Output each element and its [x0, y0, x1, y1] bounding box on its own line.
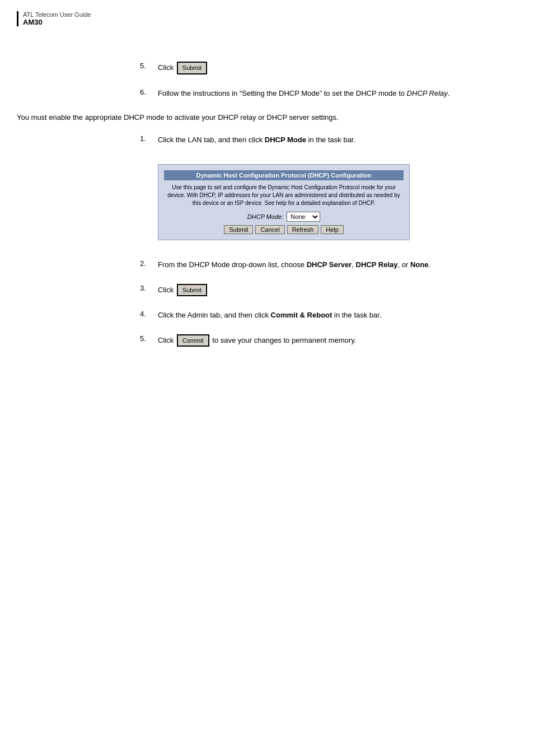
step-6-top: 6. Follow the instructions in “Setting t…: [140, 88, 517, 99]
step-1-bottom: 1. Click the LAN tab, and then click DHC…: [140, 134, 517, 146]
step-number-6-top: 6.: [140, 88, 153, 96]
submit-button-bottom[interactable]: Submit: [177, 284, 207, 297]
dhcp-panel: Dynamic Host Configuration Protocol (DHC…: [158, 164, 410, 240]
dhcp-submit-btn[interactable]: Submit: [224, 225, 253, 234]
step-number-5-top: 5.: [140, 62, 153, 70]
page-wrapper: ATL Telecom User Guide AM30 5. Click Sub…: [0, 0, 534, 756]
step-4-bottom: 4. Click the Admin tab, and then click C…: [140, 310, 517, 321]
step-5-click-label: Click: [158, 335, 176, 344]
dhcp-mode-label: DHCP Mode:: [247, 213, 283, 220]
step-5-bottom: 5. Click Commit to save your changes to …: [140, 334, 517, 347]
step-number-4-bottom: 4.: [140, 310, 153, 318]
commit-button[interactable]: Commit: [177, 334, 209, 347]
step-6-top-text: Follow the instructions in “Setting the …: [158, 88, 449, 99]
step-3-click-label: Click: [158, 285, 176, 293]
dhcp-panel-buttons: Submit Cancel Refresh Help: [164, 225, 404, 234]
step-5-top: 5. Click Submit: [140, 62, 517, 74]
main-content: 5. Click Submit 6. Follow the instructio…: [0, 11, 534, 347]
dhcp-help-btn[interactable]: Help: [321, 225, 344, 234]
step-5-top-text: Click Submit: [158, 62, 208, 74]
step-number-3-bottom: 3.: [140, 284, 153, 292]
steps-section-bottom: 1. Click the LAN tab, and then click DHC…: [140, 134, 517, 347]
steps-section-top: 5. Click Submit 6. Follow the instructio…: [140, 62, 517, 99]
model-label: AM30: [23, 18, 91, 26]
dhcp-panel-step: Dynamic Host Configuration Protocol (DHC…: [140, 158, 517, 246]
dhcp-panel-description: Use this page to set and configure the D…: [164, 184, 404, 207]
step-2-bottom: 2. From the DHCP Mode drop-down list, ch…: [140, 259, 517, 270]
intro-paragraph: You must enable the appropriate DHCP mod…: [17, 112, 437, 123]
header-area: ATL Telecom User Guide AM30: [17, 11, 91, 26]
step-5-bottom-text: Click Commit to save your changes to per…: [158, 334, 356, 347]
dhcp-refresh-btn[interactable]: Refresh: [287, 225, 319, 234]
step-5-suffix: to save your changes to permanent memory…: [212, 335, 356, 344]
step-number-2-bottom: 2.: [140, 259, 153, 268]
dhcp-panel-title: Dynamic Host Configuration Protocol (DHC…: [164, 170, 404, 180]
step-number-1-bottom: 1.: [140, 134, 153, 143]
step-5-top-click: Click: [158, 63, 174, 72]
guide-label: ATL Telecom User Guide: [23, 11, 91, 18]
step-number-5-bottom: 5.: [140, 334, 153, 343]
step-3-bottom-text: Click Submit: [158, 284, 208, 297]
step-4-bottom-text: Click the Admin tab, and then click Comm…: [158, 310, 382, 321]
dhcp-mode-row: DHCP Mode: None DHCP Server DHCP Relay: [164, 212, 404, 222]
step-1-bottom-text: Click the LAN tab, and then click DHCP M…: [158, 134, 355, 146]
submit-button-top[interactable]: Submit: [177, 62, 207, 74]
step-3-bottom: 3. Click Submit: [140, 284, 517, 297]
step-2-bottom-text: From the DHCP Mode drop-down list, choos…: [158, 259, 430, 270]
dhcp-mode-select[interactable]: None DHCP Server DHCP Relay: [287, 212, 320, 222]
dhcp-panel-spacer: [140, 158, 153, 167]
dhcp-cancel-btn[interactable]: Cancel: [255, 225, 284, 234]
